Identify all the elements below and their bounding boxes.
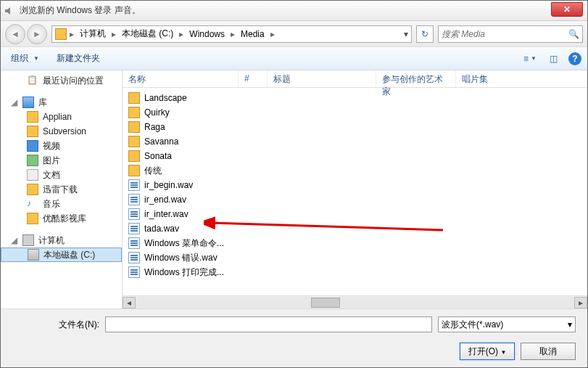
sidebar-item-pictures[interactable]: 图片 <box>1 153 122 168</box>
column-headers: 名称 # 标题 参与创作的艺术家 唱片集 <box>123 70 587 88</box>
sidebar: 📋最近访问的位置 ◢库 Applian Subversion 视频 图片 文档 … <box>1 70 123 308</box>
file-name: tada.wav <box>144 224 179 234</box>
download-icon <box>27 184 38 195</box>
dialog-footer: 文件名(N): 波形文件(*.wav)▾ 打开(O) ▼ 取消 <box>1 308 587 367</box>
search-input[interactable] <box>442 29 568 39</box>
file-row[interactable]: Savanna <box>123 134 587 149</box>
file-row[interactable]: Landscape <box>123 91 587 105</box>
search-icon[interactable]: 🔍 <box>568 29 579 39</box>
file-name: ir_begin.wav <box>144 180 193 190</box>
file-row[interactable]: ir_inter.wav <box>123 207 587 221</box>
file-row[interactable]: 传统 <box>123 163 587 178</box>
chevron-right-icon: ▸ <box>229 29 236 39</box>
close-button[interactable]: ✕ <box>551 2 583 17</box>
view-button[interactable]: ≡▼ <box>522 52 538 66</box>
cancel-button[interactable]: 取消 <box>521 343 576 360</box>
nav-bar: ◄ ► ▸ 计算机 ▸ 本地磁盘 (C:) ▸ Windows ▸ Media … <box>1 21 587 47</box>
sidebar-item-recent[interactable]: 📋最近访问的位置 <box>1 73 122 88</box>
sound-icon <box>4 5 15 17</box>
disk-icon <box>28 249 39 261</box>
file-name: Savanna <box>144 136 178 147</box>
file-name: 传统 <box>144 165 162 177</box>
sidebar-item-music[interactable]: 音乐 <box>1 197 122 211</box>
folder-icon <box>128 150 140 162</box>
file-row[interactable]: Windows 菜单命令... <box>123 236 587 250</box>
col-album[interactable]: 唱片集 <box>456 70 587 87</box>
file-row[interactable]: tada.wav <box>123 221 587 236</box>
file-name: Windows 打印完成... <box>144 266 224 279</box>
bc-disk[interactable]: 本地磁盘 (C:) <box>119 26 176 41</box>
scroll-right[interactable]: ▸ <box>574 297 587 308</box>
bc-windows[interactable]: Windows <box>186 28 228 41</box>
file-row[interactable]: Raga <box>123 120 587 134</box>
sidebar-item-videos[interactable]: 视频 <box>1 139 122 153</box>
music-icon <box>27 198 38 210</box>
document-icon <box>27 169 38 181</box>
new-folder-button[interactable]: 新建文件夹 <box>52 49 104 68</box>
sidebar-item-documents[interactable]: 文档 <box>1 168 122 182</box>
chevron-right-icon: ▸ <box>178 29 185 39</box>
wav-icon <box>128 237 140 249</box>
picture-icon <box>27 155 38 166</box>
folder-icon <box>128 136 140 147</box>
col-number[interactable]: # <box>239 70 268 87</box>
file-name: Windows 菜单命令... <box>144 237 224 250</box>
back-button[interactable]: ◄ <box>5 24 25 44</box>
bc-computer[interactable]: 计算机 <box>77 26 109 41</box>
open-button[interactable]: 打开(O) ▼ <box>460 343 515 360</box>
preview-pane-button[interactable]: ◫ <box>545 52 561 66</box>
bc-media[interactable]: Media <box>238 28 268 41</box>
file-name: Windows 错误.wav <box>144 252 218 264</box>
folder-icon <box>128 107 140 118</box>
recent-icon: 📋 <box>27 75 38 86</box>
chevron-right-icon: ▸ <box>110 29 117 39</box>
filename-input[interactable] <box>105 316 432 332</box>
h-scrollbar[interactable]: ◂ ▸ <box>123 295 587 308</box>
titlebar: 浏览新的 Windows 登录 声音。 ✕ <box>1 1 587 21</box>
filetype-select[interactable]: 波形文件(*.wav)▾ <box>438 316 576 332</box>
wav-icon <box>128 252 140 263</box>
chevron-right-icon: ▸ <box>269 29 276 39</box>
search-box[interactable]: 🔍 <box>438 25 583 43</box>
file-list: 名称 # 标题 参与创作的艺术家 唱片集 LandscapeQuirkyRaga… <box>123 70 587 308</box>
sidebar-item-local-disk[interactable]: 本地磁盘 (C:) <box>1 248 122 262</box>
wav-icon <box>128 194 140 205</box>
wav-icon <box>128 208 140 220</box>
folder-icon <box>27 213 38 224</box>
file-name: ir_inter.wav <box>144 209 189 219</box>
file-name: Quirky <box>144 107 170 118</box>
file-row[interactable]: Quirky <box>123 105 587 120</box>
file-row[interactable]: Windows 错误.wav <box>123 250 587 265</box>
help-button[interactable]: ? <box>568 52 581 65</box>
chevron-down-icon: ▼ <box>33 55 39 62</box>
scroll-thumb[interactable] <box>311 298 340 308</box>
folder-icon <box>128 165 140 176</box>
file-row[interactable]: ir_begin.wav <box>123 178 587 192</box>
sidebar-item-computer[interactable]: ◢计算机 <box>1 233 122 248</box>
forward-button[interactable]: ► <box>27 24 47 44</box>
sidebar-item-applian[interactable]: Applian <box>1 110 122 124</box>
folder-icon <box>27 126 38 137</box>
chevron-down-icon[interactable]: ▾ <box>404 29 408 39</box>
file-row[interactable]: Windows 打印完成... <box>123 265 587 279</box>
file-row[interactable]: ir_end.wav <box>123 192 587 207</box>
col-name[interactable]: 名称 <box>123 70 239 87</box>
chevron-down-icon: ▾ <box>568 319 572 330</box>
sidebar-item-youku[interactable]: 优酷影视库 <box>1 211 122 226</box>
scroll-left[interactable]: ◂ <box>123 297 136 308</box>
folder-icon <box>128 121 140 133</box>
library-icon <box>22 97 34 108</box>
sidebar-item-downloads[interactable]: 迅雷下载 <box>1 182 122 197</box>
file-name: Raga <box>144 122 165 132</box>
file-row[interactable]: Sonata <box>123 149 587 163</box>
col-artists[interactable]: 参与创作的艺术家 <box>376 70 456 87</box>
sidebar-item-subversion[interactable]: Subversion <box>1 124 122 139</box>
breadcrumb[interactable]: ▸ 计算机 ▸ 本地磁盘 (C:) ▸ Windows ▸ Media ▸ ▾ <box>51 25 412 43</box>
col-title[interactable]: 标题 <box>268 70 376 87</box>
window-title: 浏览新的 Windows 登录 声音。 <box>20 4 141 17</box>
organize-button[interactable]: 组织▼ <box>7 49 44 68</box>
sidebar-item-libraries[interactable]: ◢库 <box>1 95 122 110</box>
arrow-icon: ◢ <box>11 235 18 245</box>
refresh-button[interactable]: ↻ <box>416 25 434 43</box>
computer-icon <box>22 234 34 246</box>
